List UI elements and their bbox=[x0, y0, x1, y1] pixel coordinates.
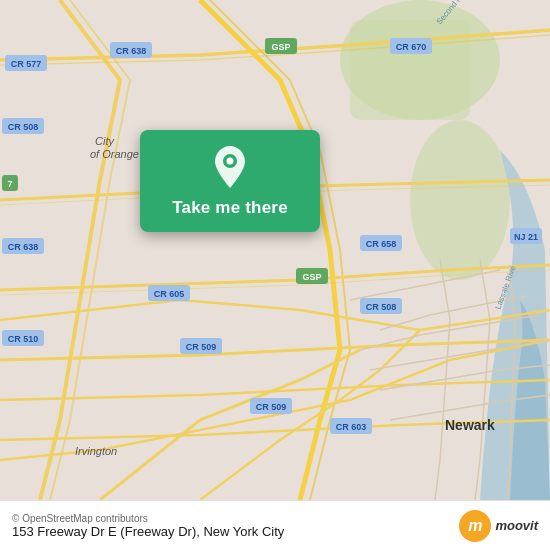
take-me-there-popup[interactable]: Take me there bbox=[140, 130, 320, 232]
svg-text:CR 638: CR 638 bbox=[8, 242, 39, 252]
svg-text:CR 508: CR 508 bbox=[8, 122, 39, 132]
svg-text:CR 577: CR 577 bbox=[11, 59, 42, 69]
svg-text:GSP: GSP bbox=[271, 42, 290, 52]
map-container: CR 577 CR 638 GSP CR 670 CR 508 City of … bbox=[0, 0, 550, 500]
info-left: © OpenStreetMap contributors 153 Freeway… bbox=[12, 513, 459, 539]
svg-point-2 bbox=[410, 120, 510, 280]
svg-text:Irvington: Irvington bbox=[75, 445, 117, 457]
moovit-logo: m moovit bbox=[459, 510, 538, 542]
take-me-there-label: Take me there bbox=[172, 198, 288, 218]
bottom-info-bar: © OpenStreetMap contributors 153 Freeway… bbox=[0, 500, 550, 550]
svg-rect-3 bbox=[350, 20, 470, 120]
svg-text:CR 638: CR 638 bbox=[116, 46, 147, 56]
svg-text:CR 509: CR 509 bbox=[256, 402, 287, 412]
svg-text:City: City bbox=[95, 135, 115, 147]
moovit-text-label: moovit bbox=[495, 518, 538, 533]
moovit-circle-icon: m bbox=[459, 510, 491, 542]
svg-text:GSP: GSP bbox=[302, 272, 321, 282]
svg-text:CR 603: CR 603 bbox=[336, 422, 367, 432]
svg-text:Newark: Newark bbox=[445, 417, 495, 433]
svg-point-43 bbox=[227, 158, 234, 165]
location-pin-icon bbox=[212, 146, 248, 188]
copyright-text: © OpenStreetMap contributors bbox=[12, 513, 459, 524]
svg-text:CR 508: CR 508 bbox=[366, 302, 397, 312]
svg-text:7: 7 bbox=[7, 179, 12, 189]
svg-text:of Orange: of Orange bbox=[90, 148, 139, 160]
map-background: CR 577 CR 638 GSP CR 670 CR 508 City of … bbox=[0, 0, 550, 500]
svg-text:NJ 21: NJ 21 bbox=[514, 232, 538, 242]
svg-text:CR 670: CR 670 bbox=[396, 42, 427, 52]
svg-text:CR 509: CR 509 bbox=[186, 342, 217, 352]
address-text: 153 Freeway Dr E (Freeway Dr), New York … bbox=[12, 524, 459, 539]
moovit-m-letter: m bbox=[468, 517, 482, 535]
svg-text:CR 510: CR 510 bbox=[8, 334, 39, 344]
svg-text:CR 605: CR 605 bbox=[154, 289, 185, 299]
svg-text:CR 658: CR 658 bbox=[366, 239, 397, 249]
